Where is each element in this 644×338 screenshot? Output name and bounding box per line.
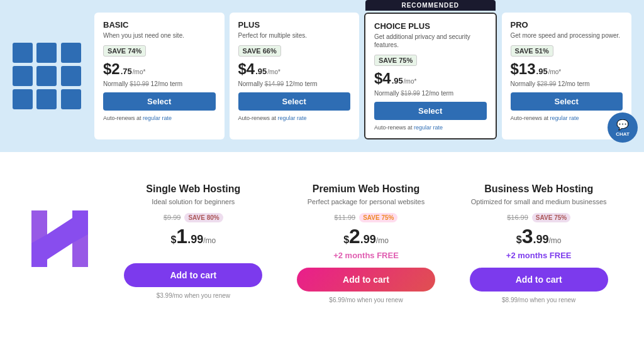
save-badge: SAVE 74%: [103, 45, 146, 57]
save-badge: SAVE 75%: [359, 213, 397, 222]
select-button-pro[interactable]: Select: [511, 92, 623, 111]
logo-cell: [36, 43, 57, 63]
hosting-plan-name: Premium Web Hosting: [292, 183, 440, 195]
normal-price: Normally $14.99 12/mo term: [238, 80, 351, 87]
regular-rate-link[interactable]: regular rate: [550, 115, 579, 121]
renew-text: $6.99/mo when you renew: [292, 297, 440, 303]
hosting-plan-desc: Perfect package for personal websites: [292, 198, 440, 205]
renew-text: $8.99/mo when you renew: [465, 297, 613, 303]
price-decimal: .99: [360, 233, 376, 246]
price-per: /mo: [203, 236, 216, 245]
original-price: $11.99: [335, 214, 356, 221]
price-per: /mo*: [267, 68, 280, 75]
plan-card-basic: BASIC When you just need one site. SAVE …: [94, 13, 225, 139]
chat-label: CHAT: [616, 131, 630, 137]
plan-card-plus: PLUS Perfect for multiple sites. SAVE 66…: [230, 13, 360, 139]
price-decimal: .95: [255, 67, 267, 76]
add-to-cart-button-business[interactable]: Add to cart: [470, 268, 608, 292]
dollar-sign: $: [516, 234, 522, 246]
select-button-plus[interactable]: Select: [238, 92, 351, 111]
hosting-card-business: Business Web Hosting Optimized for small…: [458, 183, 619, 303]
auto-renew-text: Auto-renews at regular rate: [103, 115, 216, 121]
free-months-text: +2 months FREE: [465, 251, 613, 260]
price-row: $2 .75 /mo*: [103, 60, 216, 78]
plan-name: BASIC: [103, 20, 216, 30]
plan-name: PLUS: [238, 20, 351, 30]
dollar-sign: $: [343, 234, 349, 246]
recommended-badge: RECOMMENDED: [365, 0, 496, 11]
normal-price: Normally $19.99 12/mo term: [374, 90, 487, 97]
dollar-sign: $: [170, 234, 176, 246]
save-badge: SAVE 75%: [374, 55, 417, 66]
price-decimal: .95: [536, 67, 548, 76]
hosting-card-single: Single Web Hosting Ideal solution for be…: [113, 183, 274, 299]
plan-name: CHOICE PLUS: [374, 21, 487, 31]
normal-price: Normally $28.99 12/mo term: [511, 80, 623, 87]
plan-name: PRO: [511, 20, 623, 30]
save-badge: SAVE 75%: [532, 213, 570, 222]
price-per: /mo: [376, 236, 389, 245]
price-decimal: .99: [187, 233, 203, 246]
hosting-card-premium: Premium Web Hosting Perfect package for …: [286, 183, 447, 303]
price-per: /mo*: [404, 78, 417, 85]
price-decimal: .95: [392, 76, 403, 85]
bottom-section: Single Web Hosting Ideal solution for be…: [0, 152, 644, 328]
price-per: /mo*: [133, 68, 146, 75]
add-to-cart-button-premium[interactable]: Add to cart: [297, 268, 435, 292]
regular-rate-link[interactable]: regular rate: [278, 115, 307, 121]
hosting-price-row: $11.99 SAVE 75%: [292, 213, 440, 222]
price-main: 2: [349, 225, 360, 248]
original-price: $9.99: [164, 214, 181, 221]
plan-desc: Perfect for multiple sites.: [238, 31, 351, 40]
chat-button[interactable]: 💬 CHAT: [608, 112, 638, 143]
bluehost-logo: [13, 43, 82, 109]
plans-container: BASIC When you just need one site. SAVE …: [94, 13, 631, 139]
select-button-basic[interactable]: Select: [103, 92, 216, 111]
price-main: 1: [176, 225, 187, 248]
regular-rate-link[interactable]: regular rate: [414, 124, 443, 131]
save-badge: SAVE 80%: [184, 213, 223, 222]
plan-desc: When you just need one site.: [103, 31, 216, 40]
add-to-cart-button-single[interactable]: Add to cart: [124, 263, 262, 287]
price-decimal: .99: [533, 233, 549, 246]
price-display: $ 2 .99 /mo: [292, 225, 440, 248]
hosting-plan-desc: Optimized for small and medium businesse…: [465, 198, 613, 205]
save-badge: SAVE 66%: [238, 45, 281, 57]
logo-cell: [36, 89, 57, 109]
plan-desc: Get more speed and processing power.: [511, 31, 623, 40]
hosting-price-row: $16.99 SAVE 75%: [465, 213, 613, 222]
logo-cell: [61, 43, 81, 63]
logo-cell: [13, 89, 33, 109]
logo-cell: [61, 89, 81, 109]
price-per: /mo: [549, 236, 562, 245]
hosting-plan-name: Business Web Hosting: [465, 183, 613, 195]
auto-renew-text: Auto-renews at regular rate: [374, 124, 487, 131]
logo-cell: [13, 66, 33, 86]
hosting-plans: Single Web Hosting Ideal solution for be…: [113, 177, 619, 303]
original-price: $16.99: [507, 214, 528, 221]
hosting-plan-desc: Ideal solution for beginners: [119, 198, 267, 205]
hostinger-logo: [25, 204, 101, 276]
normal-price: Normally $10.99 12/mo term: [103, 80, 216, 87]
auto-renew-text: Auto-renews at regular rate: [238, 115, 351, 121]
plan-desc: Get additional privacy and security feat…: [374, 33, 487, 49]
price-display: $ 3 .99 /mo: [465, 225, 613, 248]
top-section: BASIC When you just need one site. SAVE …: [0, 0, 644, 152]
select-button-choice-plus[interactable]: Select: [374, 102, 487, 120]
price-whole: $4: [374, 70, 391, 87]
logo-cell: [36, 66, 57, 86]
logo-cell: [13, 43, 33, 63]
price-whole: $2: [103, 60, 120, 78]
price-per: /mo*: [548, 68, 562, 75]
renew-text: $3.99/mo when you renew: [119, 292, 267, 299]
price-display: $ 1 .99 /mo: [119, 225, 267, 248]
save-badge: SAVE 51%: [511, 45, 553, 57]
price-whole: $4: [238, 60, 255, 78]
regular-rate-link[interactable]: regular rate: [143, 115, 172, 121]
price-row: $13 .95 /mo*: [511, 60, 623, 78]
price-decimal: .75: [121, 67, 132, 76]
free-months-text: +2 months FREE: [292, 251, 440, 260]
price-row: $4 .95 /mo*: [238, 60, 351, 78]
price-row: $4 .95 /mo*: [374, 70, 487, 87]
chat-icon: 💬: [616, 119, 629, 131]
